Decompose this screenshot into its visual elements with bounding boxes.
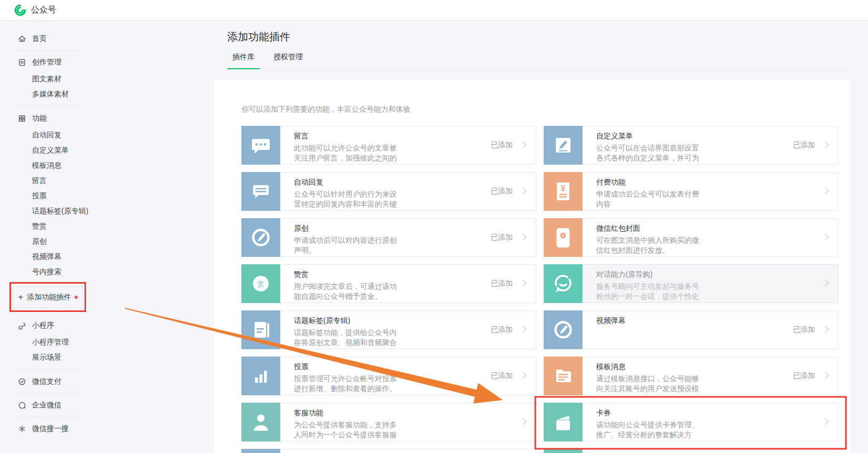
sidebar-subitem[interactable]: 自动回复 bbox=[32, 127, 97, 143]
plugin-card-text: 原创申请成功后可以对内容进行原创 声明。 bbox=[294, 219, 397, 256]
wallet-icon bbox=[544, 403, 583, 441]
sidebar-item[interactable]: 企业微信 bbox=[18, 398, 97, 412]
chevron-right-icon[interactable] bbox=[822, 234, 829, 241]
plugin-card[interactable]: 自动回复公众号可以针对用户的行为来设 置特定的回复内容和丰富的关键已添加 bbox=[241, 172, 536, 211]
sidebar-item[interactable]: 小程序 bbox=[18, 319, 97, 332]
plugin-card[interactable] bbox=[544, 449, 839, 453]
sidebar-subitem[interactable]: 投票 bbox=[32, 188, 97, 203]
svg-text:赏: 赏 bbox=[258, 280, 264, 288]
sidebar-subitem[interactable]: 话题标签(原专辑) bbox=[32, 203, 97, 219]
chevron-right-icon[interactable] bbox=[822, 372, 829, 379]
chevron-right-icon[interactable] bbox=[520, 418, 526, 425]
content-panel: 你可以添加下列需要的功能，丰富公众号能力和体验 留言此功能可以允许公众号的文章被… bbox=[214, 80, 850, 453]
plugin-card-title: 留言 bbox=[294, 131, 397, 141]
sidebar-subitem[interactable]: 原创 bbox=[32, 234, 97, 249]
sidebar-item-label: 首页 bbox=[32, 34, 47, 44]
plugin-card-desc: 话题标签功能，提供给公众号内 容将原创文章、视频和音频聚合 bbox=[294, 328, 397, 348]
sidebar-item-label: 功能 bbox=[32, 114, 47, 123]
plugin-card[interactable]: 投票投票管理可允许公众帐号对投票 进行新增、删除和查看的操作。已添加 bbox=[241, 357, 536, 395]
plugin-card[interactable]: 话题标签(原专辑)话题标签功能，提供给公众号内 容将原创文章、视频和音频聚合已添… bbox=[241, 310, 536, 349]
plugin-card-desc: 申请成功后公众号可以发表付费 内容 bbox=[596, 189, 699, 209]
plugin-card[interactable]: 赏赞赏用户阅读完文章后，可通过该功 能自愿向公众号赠予赏金。已添加 bbox=[241, 264, 536, 303]
plugin-card[interactable]: 客服功能为公众号提供客服功能，支持多 人同时为一个公众号提供客服服 bbox=[241, 403, 536, 441]
plugin-card-title: 赞赏 bbox=[294, 269, 397, 279]
pay-icon: ¥ bbox=[544, 172, 583, 211]
sidebar-item-label: 微信支付 bbox=[32, 377, 61, 386]
sidebar-subitem[interactable]: 小程序管理 bbox=[32, 335, 97, 350]
blank-icon bbox=[544, 449, 583, 453]
plugin-card-desc: 服务号顾问可主动发起与服务号 粉丝的一对一会话，提供个性化 bbox=[596, 282, 699, 301]
chevron-right-icon[interactable] bbox=[520, 372, 526, 379]
added-badge: 已添加 bbox=[491, 325, 513, 335]
plugin-card-text: 话题标签(原专辑)话题标签功能，提供给公众号内 容将原创文章、视频和音频聚合 bbox=[294, 311, 397, 349]
plugin-card-title: 卡券 bbox=[596, 408, 699, 417]
plugin-card[interactable]: 模板消息通过模板消息接口，公众号能够 向关注其账号的用户发送预设模已添加 bbox=[544, 357, 839, 395]
plugin-card[interactable] bbox=[241, 449, 536, 453]
chatsmile-icon bbox=[544, 264, 583, 303]
grid-icon bbox=[18, 114, 26, 123]
added-badge: 已添加 bbox=[793, 141, 815, 150]
top-header: 公众号 bbox=[0, 0, 868, 20]
chevron-right-icon[interactable] bbox=[822, 326, 829, 333]
plugin-card[interactable]: 视频弹幕已添加 bbox=[544, 310, 839, 349]
chevron-right-icon[interactable] bbox=[822, 188, 829, 195]
plugin-card-text: 留言此功能可以允许公众号的文章被 关注用户留言，加强彼此之间的 bbox=[294, 126, 397, 164]
plus-icon: + bbox=[18, 293, 24, 301]
chevron-right-icon[interactable] bbox=[520, 188, 526, 195]
plugin-card[interactable]: 卡券该功能向公众号提供卡券管理、 推广、经营分析的整套解决方 bbox=[544, 403, 839, 441]
plugin-card-text: 模板消息通过模板消息接口，公众号能够 向关注其账号的用户发送预设模 bbox=[596, 357, 699, 395]
plugin-card-text: 自定义菜单公众号可以在会话界面底部设置 各式各样的自定义菜单，并可为 bbox=[596, 126, 699, 164]
sidebar-subitem[interactable]: 图文素材 bbox=[32, 71, 97, 87]
plugin-card-title: 投票 bbox=[294, 362, 397, 371]
chevron-right-icon[interactable] bbox=[822, 280, 829, 287]
vote-icon bbox=[241, 357, 280, 395]
sidebar-divider bbox=[15, 417, 80, 417]
sidebar-item[interactable]: 首页 bbox=[18, 32, 97, 46]
wecom-icon bbox=[18, 401, 26, 409]
plugin-card-desc: 可在图文消息中插入所购买的微 信红包封面进行发放。 bbox=[596, 235, 699, 255]
plugin-card-title: 自定义菜单 bbox=[596, 131, 699, 141]
sidebar-add-plugin-label: 添加功能插件 bbox=[27, 293, 71, 302]
plugin-card[interactable]: 留言此功能可以允许公众号的文章被 关注用户留言，加强彼此之间的已添加 bbox=[241, 126, 536, 165]
sidebar-divider bbox=[15, 370, 80, 370]
sidebar-item-label: 创作管理 bbox=[32, 58, 61, 67]
sidebar-divider bbox=[15, 393, 80, 394]
edit-icon bbox=[544, 126, 583, 165]
original-icon bbox=[241, 218, 280, 257]
sidebar-item[interactable]: 创作管理 bbox=[18, 56, 97, 69]
sidebar-add-plugin-button[interactable]: +添加功能插件 bbox=[13, 286, 83, 308]
plugin-card[interactable]: 微信红包封面可在图文消息中插入所购买的微 信红包封面进行发放。 bbox=[544, 218, 839, 257]
sidebar-subitem[interactable]: 展示场景 bbox=[32, 350, 97, 365]
sidebar-subitem[interactable]: 自定义菜单 bbox=[32, 143, 97, 158]
folder-icon bbox=[544, 357, 583, 395]
plugin-card-desc: 申请成功后可以对内容进行原创 声明。 bbox=[294, 235, 397, 255]
sidebar-item[interactable]: 微信搜一搜 bbox=[18, 422, 97, 436]
chevron-right-icon[interactable] bbox=[520, 326, 526, 333]
booklet-icon bbox=[241, 310, 280, 349]
sidebar-item-label: 小程序 bbox=[32, 321, 54, 330]
chevron-right-icon[interactable] bbox=[520, 142, 526, 148]
tab-plugin-library[interactable]: 插件库 bbox=[227, 51, 260, 69]
sidebar-item[interactable]: 微信支付 bbox=[18, 375, 97, 389]
chevron-right-icon[interactable] bbox=[520, 280, 526, 287]
chevron-right-icon[interactable] bbox=[822, 418, 829, 425]
sidebar-subitem[interactable]: 赞赏 bbox=[32, 219, 97, 234]
sidebar-subitem[interactable]: 多媒体素材 bbox=[32, 87, 97, 102]
plugin-card[interactable]: 自定义菜单公众号可以在会话界面底部设置 各式各样的自定义菜单，并可为已添加 bbox=[544, 126, 839, 165]
plugin-card[interactable]: ¥付费功能申请成功后公众号可以发表付费 内容 bbox=[544, 172, 839, 211]
reply-icon bbox=[241, 172, 280, 211]
sidebar-subitem[interactable]: 视频弹幕 bbox=[32, 249, 97, 264]
wepay-icon bbox=[18, 378, 26, 386]
chevron-right-icon[interactable] bbox=[520, 234, 526, 241]
doc-icon bbox=[18, 58, 26, 67]
sidebar-subitem[interactable]: 留言 bbox=[32, 173, 97, 188]
plugin-card[interactable]: 原创申请成功后可以对内容进行原创 声明。已添加 bbox=[241, 218, 536, 257]
sidebar-item[interactable]: 功能 bbox=[18, 112, 97, 125]
sidebar-subitem[interactable]: 模板消息 bbox=[32, 158, 97, 173]
chevron-right-icon[interactable] bbox=[822, 142, 829, 148]
plugin-card-text: 微信红包封面可在图文消息中插入所购买的微 信红包封面进行发放。 bbox=[596, 219, 699, 256]
plugin-card-desc: 此功能可以允许公众号的文章被 关注用户留言，加强彼此之间的 bbox=[294, 143, 397, 163]
sidebar-subitem[interactable]: 号内搜索 bbox=[32, 264, 97, 279]
tab-authorization-management[interactable]: 授权管理 bbox=[268, 51, 308, 69]
plugin-card[interactable]: 对话能力(原导购)服务号顾问可主动发起与服务号 粉丝的一对一会话，提供个性化 bbox=[544, 264, 839, 303]
